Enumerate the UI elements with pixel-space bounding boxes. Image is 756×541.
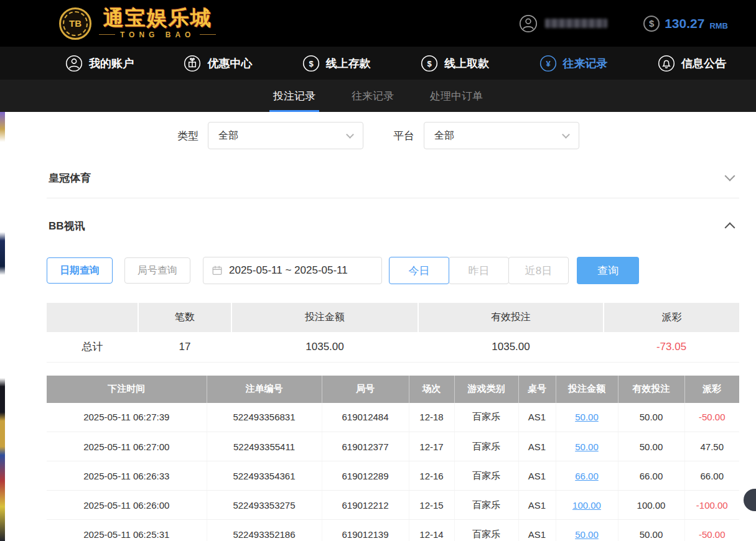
nav-item-announcements[interactable]: 信息公告	[658, 55, 726, 72]
summary-count: 17	[138, 332, 231, 362]
summary-payout: -73.05	[604, 332, 739, 362]
nav-label: 我的账户	[89, 56, 134, 71]
chevron-down-icon[interactable]	[725, 171, 735, 182]
main-nav: 我的账户 优惠中心 $ 线上存款 $ 线上取款 ¥ 往来记录	[0, 47, 756, 80]
username-masked	[545, 19, 607, 28]
nav-item-withdraw[interactable]: $ 线上取款	[421, 55, 489, 72]
valid-bet-cell: 100.00	[618, 491, 684, 520]
records-icon: ¥	[539, 55, 557, 72]
bet-table-row: 2025-05-11 06:27:00522493355411619012377…	[47, 432, 739, 461]
round-query-button[interactable]: 局号查询	[124, 257, 190, 284]
header-table-no: 桌号	[518, 376, 556, 403]
date-query-button[interactable]: 日期查询	[47, 257, 113, 284]
summary-bet-amount: 1035.00	[231, 332, 418, 362]
game-type-cell: 百家乐	[454, 491, 518, 520]
bet-table-row: 2025-05-11 06:27:39522493356831619012484…	[47, 403, 739, 432]
last-8-days-button[interactable]: 近8日	[508, 257, 569, 284]
order-id-cell: 522493352186	[207, 520, 322, 541]
bet-amount-cell: 50.00	[556, 520, 618, 541]
header-round-id: 局号	[322, 376, 409, 403]
bet-amount-cell: 100.00	[556, 491, 618, 520]
chevron-down-icon	[346, 131, 354, 139]
summary-total-row: 总计 17 1035.00 1035.00 -73.05	[47, 332, 739, 362]
tab-bet-records[interactable]: 投注记录	[269, 80, 319, 112]
summary-header-valid-bet: 有效投注	[418, 303, 604, 332]
nav-item-transaction-records[interactable]: ¥ 往来记录	[539, 55, 608, 72]
tab-pending-orders[interactable]: 处理中订单	[426, 80, 487, 112]
bet-amount-link[interactable]: 50.00	[575, 412, 599, 422]
bet-amount-cell: 50.00	[556, 403, 618, 432]
type-select[interactable]: 全部	[208, 122, 363, 149]
balance-display[interactable]: $ 130.27 RMB	[643, 16, 728, 32]
summary-header-count: 笔数	[138, 303, 231, 332]
nav-item-my-account[interactable]: 我的账户	[65, 55, 134, 72]
summary-header-payout: 派彩	[604, 303, 739, 332]
bet-amount-link[interactable]: 50.00	[575, 442, 599, 452]
nav-label: 线上存款	[326, 56, 371, 71]
deposit-coin-icon: $	[302, 55, 320, 72]
balance-currency: RMB	[709, 21, 728, 32]
order-id-cell: 522493353275	[207, 491, 322, 520]
records-subnav: 投注记录 往来记录 处理中订单	[0, 80, 756, 112]
logo-title: 通宝娱乐城	[103, 7, 212, 29]
summary-header-bet-amount: 投注金额	[231, 303, 418, 332]
valid-bet-cell: 50.00	[618, 432, 684, 461]
chevron-down-icon	[562, 131, 570, 139]
chevron-up-icon[interactable]	[725, 223, 735, 233]
platform-select[interactable]: 全部	[424, 122, 579, 149]
summary-total-label: 总计	[47, 332, 138, 362]
payout-cell: -50.00	[684, 520, 739, 541]
order-id-cell: 522493354361	[207, 461, 322, 491]
round-id-cell: 619012139	[322, 520, 409, 541]
site-logo[interactable]: TB 通宝娱乐城 TONG BAO	[59, 7, 216, 40]
bet-time-cell: 2025-05-11 06:25:31	[47, 520, 207, 541]
summary-header-blank	[47, 303, 138, 332]
payout-cell: -50.00	[684, 403, 739, 432]
user-icon	[519, 14, 538, 33]
nav-label: 信息公告	[681, 56, 726, 71]
user-account[interactable]	[519, 14, 607, 33]
dollar-coin-icon: $	[643, 16, 660, 32]
section-crown-sports[interactable]: 皇冠体育	[0, 165, 756, 190]
tab-transaction-records[interactable]: 往来记录	[348, 80, 398, 112]
withdraw-coin-icon: $	[421, 55, 438, 72]
nav-item-promotions[interactable]: 优惠中心	[184, 55, 252, 72]
balance-amount: 130.27	[665, 16, 704, 31]
date-range-input[interactable]: 2025-05-11 ~ 2025-05-11	[203, 257, 382, 284]
order-id-cell: 522493356831	[207, 403, 322, 432]
bet-amount-link[interactable]: 50.00	[575, 529, 599, 540]
top-bar-right: $ 130.27 RMB	[519, 14, 728, 33]
table-no-cell: AS1	[518, 432, 556, 461]
payout-cell: 47.50	[684, 432, 739, 461]
bet-time-cell: 2025-05-11 06:26:00	[47, 491, 207, 520]
search-button[interactable]: 查询	[577, 257, 639, 284]
today-button[interactable]: 今日	[389, 257, 449, 284]
header-bet-amount: 投注金额	[556, 376, 618, 403]
header-valid-bet: 有效投注	[618, 376, 684, 403]
platform-select-value: 全部	[434, 129, 454, 142]
nav-item-deposit[interactable]: $ 线上存款	[302, 55, 371, 72]
account-icon	[65, 55, 83, 72]
bet-amount-cell: 66.00	[556, 461, 618, 491]
valid-bet-cell: 50.00	[618, 520, 684, 541]
platform-filter-label: 平台	[393, 129, 414, 143]
bet-table-row: 2025-05-11 06:25:31522493352186619012139…	[47, 520, 739, 541]
yesterday-button[interactable]: 昨日	[449, 257, 509, 284]
round-id-cell: 619012377	[322, 432, 409, 461]
payout-cell: -100.00	[684, 491, 739, 520]
valid-bet-cell: 50.00	[618, 403, 684, 432]
round-id-cell: 619012212	[322, 491, 409, 520]
nav-label: 往来记录	[563, 56, 608, 71]
quick-range-group: 今日 昨日 近8日	[390, 257, 569, 284]
bell-icon	[658, 55, 675, 72]
bet-amount-link[interactable]: 100.00	[572, 500, 601, 511]
session-cell: 12-18	[409, 403, 454, 432]
bet-amount-link[interactable]: 66.00	[575, 471, 599, 481]
bet-table-body: 2025-05-11 06:27:39522493356831619012484…	[47, 403, 739, 541]
section-divider	[47, 198, 739, 198]
logo-subtitle: TONG BAO	[99, 30, 216, 39]
section-bb-video[interactable]: BB视讯	[0, 213, 756, 238]
header-bet-time: 下注时间	[47, 376, 207, 403]
payout-cell: 66.00	[684, 461, 739, 491]
svg-text:$: $	[309, 58, 314, 68]
